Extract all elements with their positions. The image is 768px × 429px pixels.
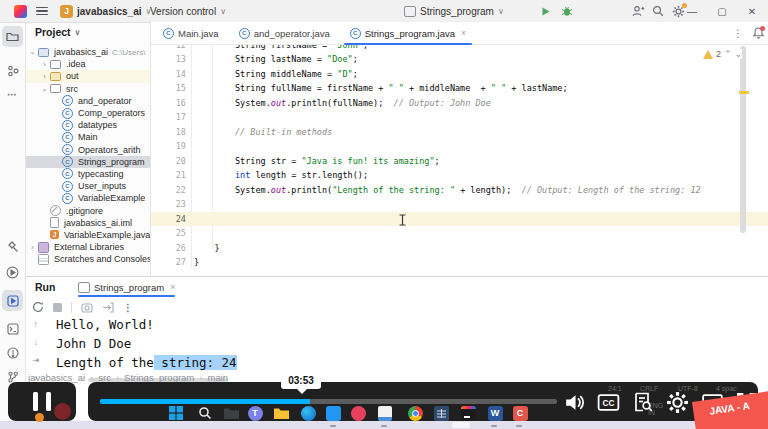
code-line-26[interactable]: 26 } [151,241,768,256]
code-line-24[interactable]: 24 [151,212,768,227]
tree-item-variableexample[interactable]: CVariableExample [26,192,150,204]
search-everywhere-button[interactable] [652,0,664,22]
tree-item-out[interactable]: ›out [26,70,150,82]
more-tools-button[interactable]: ⋯ [2,84,23,105]
chevron-icon[interactable]: › [41,73,48,80]
tree-item-datatypes[interactable]: Cdatatypes [26,119,150,131]
tool-run-button[interactable] [2,290,23,311]
main-menu-button[interactable] [36,0,48,22]
stop-button[interactable] [53,303,62,312]
taskbar-c-app-icon[interactable]: C [512,405,528,421]
tree-item-gitignore[interactable]: .gitignore [26,204,150,216]
run-button[interactable] [540,0,551,22]
taskbar-folder-icon[interactable] [223,405,239,421]
volume-button[interactable] [560,388,588,416]
taskbar-files-icon[interactable] [273,405,289,421]
console-settings-button[interactable] [81,302,93,313]
inspection-widget[interactable]: 2 ⌃ ⌄ [703,49,742,59]
soft-wrap-icon[interactable]: ⇥ [32,355,39,365]
code-line-27[interactable]: 27} [151,255,768,270]
run-tab[interactable]: Strings_program × [78,279,175,295]
code-line-22[interactable]: 22 System.out.println("Length of the str… [151,183,768,198]
code-line-16[interactable]: 16 System.out.println(fullName); // Outp… [151,96,768,111]
code-line-18[interactable]: 18 // Built-in methods [151,125,768,140]
close-icon[interactable]: × [170,282,175,292]
code-line-12[interactable]: 12 String firstName = "John"; [151,44,768,52]
chevron-icon[interactable]: ⌄ [41,85,48,93]
code-editor[interactable]: 12 String firstName = "John";13 String l… [151,44,768,276]
code-line-19[interactable]: 19 [151,139,768,154]
tree-item-javabasics-ai-iml[interactable]: javabasics_ai.iml [26,217,150,229]
tool-problems-button[interactable] [2,342,23,363]
more-options-button[interactable]: ⋮ [123,302,133,313]
taskbar-windows-icon[interactable] [168,405,184,421]
vcs-menu[interactable]: Version control ∨ [150,0,226,22]
notifications-button[interactable] [753,27,764,39]
tree-item-strings-program[interactable]: CStrings_program [26,156,150,168]
tree-item-operators-arith[interactable]: COperators_arith [26,144,150,156]
scroll-up-icon[interactable]: ↑ [33,319,37,329]
chevron-icon[interactable]: › [29,244,36,251]
maximize-button[interactable]: ▢ [708,0,736,22]
code-line-14[interactable]: 14 String middleName = "D"; [151,67,768,82]
chevron-icon[interactable]: › [41,61,48,68]
tree-item-idea[interactable]: ›.idea [26,58,150,70]
tree-item-scratches-and-consoles[interactable]: Scratches and Consoles [26,253,150,265]
taskbar-chrome-icon[interactable] [407,405,423,421]
console-output[interactable]: Hello, World!John D DoeLength of the str… [56,317,237,374]
taskbar-excel-icon[interactable] [433,405,449,421]
scroll-down-icon[interactable]: ↓ [33,337,37,347]
tool-services-button[interactable] [2,262,23,283]
tool-commit-button[interactable] [2,60,23,81]
run-config-selector[interactable]: Strings_program ∨ [404,0,504,22]
settings-button[interactable] [664,388,692,416]
code-line-20[interactable]: 20 String str = "Java is fun! its amazin… [151,154,768,169]
app-logo[interactable] [14,0,27,22]
tree-item-and-operator[interactable]: Cand_operator [26,95,150,107]
chevron-icon[interactable]: ⌄ [29,48,36,56]
transcript-button[interactable] [629,388,657,416]
tree-item-variableexample-java[interactable]: JVariableExample.java [26,229,150,241]
tree-item-src[interactable]: ⌄src [26,83,150,95]
code-line-25[interactable]: 25 [151,226,768,241]
taskbar-blue-app-icon[interactable] [325,405,341,421]
taskbar-pink-app-icon[interactable] [350,405,366,421]
close-button[interactable]: ✕ [738,0,766,22]
code-line-13[interactable]: 13 String lastName = "Doe"; [151,52,768,67]
project-panel-header[interactable]: Project ∨ [35,26,80,38]
tool-terminal-button[interactable] [2,318,23,339]
taskbar-edge-icon[interactable] [300,405,316,421]
tab-options-button[interactable]: ⋮ [733,28,743,39]
tool-project-button[interactable] [2,26,23,47]
code-line-21[interactable]: 21 int length = str.length(); [151,168,768,183]
taskbar-app-red-icon[interactable] [54,403,71,420]
code-line-23[interactable]: 23 [151,197,768,212]
rerun-button[interactable] [32,301,44,313]
tree-item-javabasics-ai[interactable]: ⌄javabasics_aiC:\Users\ [26,46,150,58]
tree-item-external-libraries[interactable]: ›External Libraries [26,241,150,253]
progress-bar[interactable] [100,399,557,404]
prev-warning-icon[interactable]: ⌃ [724,49,732,59]
taskbar-search-icon[interactable] [197,405,213,421]
tab-and-operator-java[interactable]: Cand_operator.java [229,22,340,44]
taskbar-teams-icon[interactable]: T [247,405,263,421]
next-warning-icon[interactable]: ⌄ [734,49,742,59]
debug-button[interactable] [561,0,573,22]
close-icon[interactable]: × [461,28,466,38]
tool-build-button[interactable] [2,236,23,257]
tree-item-typecasting[interactable]: Ctypecasting [26,168,150,180]
captions-button[interactable]: CC [595,388,623,416]
code-line-15[interactable]: 15 String fullName = firstName + " " + m… [151,81,768,96]
minimize-button[interactable]: — [678,0,706,22]
add-user-button[interactable] [632,0,645,22]
project-selector[interactable]: J javabasics_ai ∨ [60,0,151,22]
taskbar-intellij-icon[interactable] [460,405,476,421]
import-result-button[interactable] [102,302,114,313]
taskbar-word-icon[interactable]: W [487,405,503,421]
tree-item-user-inputs[interactable]: CUser_inputs [26,180,150,192]
tab-main-java[interactable]: CMain.java [153,22,229,44]
taskbar-onenote-icon[interactable] [377,405,393,421]
tree-item-main[interactable]: CMain [26,131,150,143]
tree-item-comp-operators[interactable]: CComp_operators [26,107,150,119]
editor-scrollbar[interactable] [740,46,746,233]
